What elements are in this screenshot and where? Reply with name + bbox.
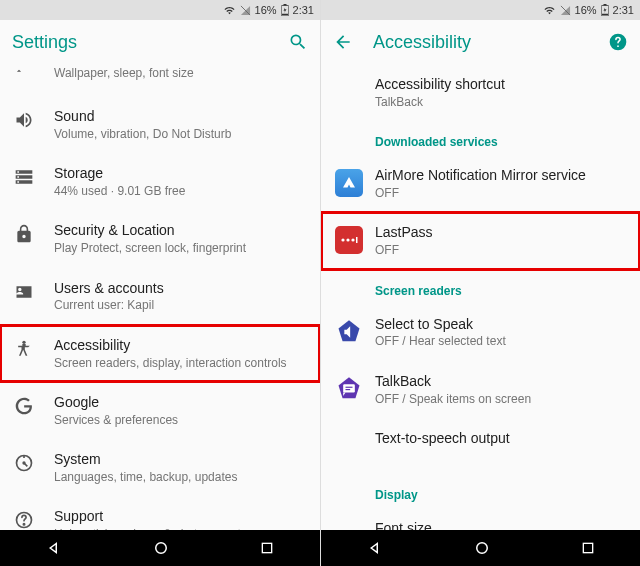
item-sub: OFF	[375, 186, 626, 200]
svg-point-15	[341, 239, 344, 242]
item-title: Accessibility shortcut	[375, 76, 626, 93]
settings-screen: 16% 2:31 Settings Wallpaper, sleep, font…	[0, 0, 320, 566]
item-title: Text-to-speech output	[375, 430, 626, 447]
settings-item-security[interactable]: Security & LocationPlay Protect, screen …	[0, 210, 320, 267]
svg-rect-12	[602, 14, 608, 16]
item-sub: TalkBack	[375, 95, 626, 109]
item-title: Select to Speak	[375, 316, 626, 333]
recent-nav-icon[interactable]	[259, 540, 275, 556]
item-title: Storage	[54, 165, 306, 182]
nav-bar	[321, 530, 640, 566]
item-sub: OFF / Speak items on screen	[375, 392, 626, 406]
support-icon	[14, 508, 54, 530]
item-sub: Screen readers, display, interaction con…	[54, 356, 306, 370]
item-title: Google	[54, 394, 306, 411]
clock-text: 2:31	[293, 4, 314, 16]
item-title: Support	[54, 508, 306, 525]
home-nav-icon[interactable]	[152, 539, 170, 557]
item-title: Security & Location	[54, 222, 306, 239]
item-sub: Languages, time, backup, updates	[54, 470, 306, 484]
item-sub: Play Protect, screen lock, fingerprint	[54, 241, 306, 255]
section-downloaded: Downloaded services	[321, 121, 640, 155]
battery-text: 16%	[575, 4, 597, 16]
item-title: System	[54, 451, 306, 468]
svg-point-14	[617, 45, 619, 47]
no-sim-icon	[240, 5, 251, 16]
display-icon	[14, 64, 54, 76]
settings-list: Wallpaper, sleep, font size SoundVolume,…	[0, 64, 320, 530]
status-bar: 16% 2:31	[321, 0, 640, 20]
battery-icon	[281, 4, 289, 16]
svg-rect-21	[346, 389, 351, 390]
reader-tts[interactable]: Text-to-speech output	[321, 418, 640, 474]
svg-rect-1	[283, 4, 286, 6]
wifi-icon	[543, 5, 556, 16]
help-icon[interactable]	[608, 32, 628, 52]
settings-item-sound[interactable]: SoundVolume, vibration, Do Not Disturb	[0, 96, 320, 153]
app-bar: Accessibility	[321, 20, 640, 64]
item-title: LastPass	[375, 224, 626, 241]
svg-point-7	[23, 524, 24, 525]
clock-text: 2:31	[613, 4, 634, 16]
airmore-icon	[335, 167, 375, 197]
reader-talkback[interactable]: TalkBackOFF / Speak items on screen	[321, 361, 640, 418]
settings-item-users[interactable]: Users & accountsCurrent user: Kapil	[0, 268, 320, 325]
talkback-icon	[335, 373, 375, 403]
svg-point-3	[22, 340, 25, 343]
google-icon	[14, 394, 54, 416]
settings-item-display[interactable]: Wallpaper, sleep, font size	[0, 64, 320, 96]
storage-icon	[14, 165, 54, 187]
settings-item-google[interactable]: GoogleServices & preferences	[0, 382, 320, 439]
svg-rect-18	[356, 237, 358, 243]
lock-icon	[14, 222, 54, 244]
svg-point-22	[476, 543, 487, 554]
item-title: Accessibility	[54, 337, 306, 354]
item-sub: Current user: Kapil	[54, 298, 306, 312]
status-bar: 16% 2:31	[0, 0, 320, 20]
svg-rect-9	[263, 543, 272, 552]
battery-icon	[601, 4, 609, 16]
accessibility-icon	[14, 337, 54, 359]
item-title: Font size	[375, 520, 626, 530]
recent-nav-icon[interactable]	[580, 540, 596, 556]
svg-rect-20	[346, 386, 353, 387]
item-title: TalkBack	[375, 373, 626, 390]
item-title: Sound	[54, 108, 306, 125]
page-title: Accessibility	[373, 32, 608, 53]
item-sub: Volume, vibration, Do Not Disturb	[54, 127, 306, 141]
reader-select-to-speak[interactable]: Select to SpeakOFF / Hear selected text	[321, 304, 640, 361]
settings-item-support[interactable]: SupportHelp articles, phone & chat suppo…	[0, 496, 320, 530]
search-icon[interactable]	[288, 32, 308, 52]
item-title: AirMore Notification Mirror service	[375, 167, 626, 184]
back-nav-icon[interactable]	[45, 539, 63, 557]
nav-bar	[0, 530, 320, 566]
item-sub: OFF / Hear selected text	[375, 334, 626, 348]
page-title: Settings	[12, 32, 288, 53]
section-readers: Screen readers	[321, 270, 640, 304]
svg-point-17	[351, 239, 354, 242]
item-sub: Wallpaper, sleep, font size	[54, 66, 306, 80]
accessibility-shortcut[interactable]: Accessibility shortcutTalkBack	[321, 64, 640, 121]
home-nav-icon[interactable]	[473, 539, 491, 557]
item-title: Users & accounts	[54, 280, 306, 297]
section-display: Display	[321, 474, 640, 508]
wifi-icon	[223, 5, 236, 16]
service-lastpass[interactable]: LastPassOFF	[321, 212, 640, 269]
svg-rect-23	[583, 543, 592, 552]
svg-rect-11	[603, 4, 606, 6]
svg-point-8	[156, 543, 167, 554]
item-sub: OFF	[375, 243, 626, 257]
accessibility-screen: 16% 2:31 Accessibility Accessibility sho…	[320, 0, 640, 566]
service-airmore[interactable]: AirMore Notification Mirror serviceOFF	[321, 155, 640, 212]
sound-icon	[14, 108, 54, 130]
settings-item-accessibility[interactable]: AccessibilityScreen readers, display, in…	[0, 325, 320, 382]
back-icon[interactable]	[333, 32, 353, 52]
display-font-size[interactable]: Font size	[321, 508, 640, 530]
system-icon	[14, 451, 54, 473]
battery-text: 16%	[255, 4, 277, 16]
settings-item-system[interactable]: SystemLanguages, time, backup, updates	[0, 439, 320, 496]
settings-item-storage[interactable]: Storage44% used · 9.01 GB free	[0, 153, 320, 210]
accessibility-list: Accessibility shortcutTalkBack Downloade…	[321, 64, 640, 530]
back-nav-icon[interactable]	[366, 539, 384, 557]
no-sim-icon	[560, 5, 571, 16]
